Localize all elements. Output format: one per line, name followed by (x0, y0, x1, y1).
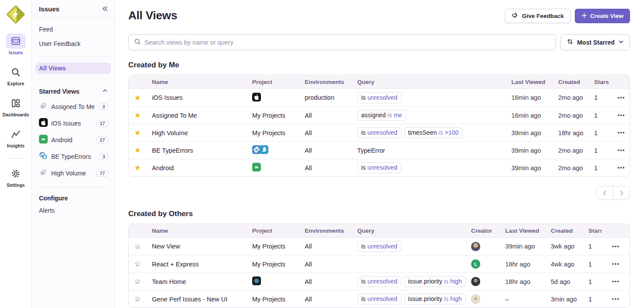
next-page-button[interactable] (613, 186, 630, 200)
last-viewed-cell: 16min ago (506, 94, 553, 101)
last-viewed-cell: 39min ago (506, 147, 553, 154)
stacked-projects-icon (39, 168, 48, 178)
created-value: 18hr ago (558, 130, 583, 136)
sidebar-item-alerts[interactable]: Alerts (32, 203, 115, 218)
stars-count-value: 1 (588, 278, 592, 285)
view-name-link[interactable]: iOS Issues (152, 94, 183, 101)
created-value: 2mo ago (558, 112, 583, 119)
star-filled-icon[interactable]: ★ (133, 163, 141, 172)
search-icon (6, 64, 26, 80)
query-token: unresolved (367, 242, 398, 251)
table-row: ★BE TypeErrorsAllTypeError39min ago2mo a… (129, 141, 630, 159)
query-chip: issue.priorityishigh (404, 276, 466, 287)
star-filled-icon[interactable]: ★ (133, 146, 141, 155)
give-feedback-button[interactable]: Give Feedback (505, 9, 570, 23)
name-cell: High Volume (146, 130, 247, 136)
sidebar-starred-view-item[interactable]: High Volume77 (32, 165, 115, 182)
sidebar-starred-view-item[interactable]: BE TypeErrors3 (32, 148, 115, 165)
view-name-link[interactable]: Team Home (152, 278, 186, 285)
sidebar-item-all-views[interactable]: All Views (35, 63, 111, 74)
rail-item-insights[interactable]: Insights (6, 126, 26, 148)
sentry-logo[interactable] (7, 5, 25, 24)
rail-label: Dashboards (3, 112, 29, 117)
query-token: assigned (361, 111, 386, 119)
sidebar-starred-view-item[interactable]: iOS Issues17 (32, 115, 115, 132)
chevron-up-icon[interactable] (102, 88, 108, 95)
previous-page-button[interactable] (596, 186, 613, 200)
column-header-query: Query (352, 79, 506, 85)
sidebar-starred-view-item[interactable]: Android27 (32, 132, 115, 148)
icon-rail: Issues Explore Dashboards (0, 0, 32, 308)
project-cell: My Projects (247, 112, 299, 119)
view-name-link[interactable]: React + Express (152, 261, 199, 268)
created-cell: 3min ago (545, 296, 583, 303)
project-cell (247, 93, 299, 103)
created-by-me-table: Name Project Environments Query Last Vie… (128, 75, 630, 177)
environments-cell: production (299, 94, 352, 101)
row-actions-menu-button[interactable]: ⋯ (616, 128, 626, 137)
created-value: 4wk ago (551, 261, 574, 268)
issues-sidebar: Issues Feed User Feedback All Views Star… (32, 0, 115, 308)
column-header-query: Query (352, 228, 466, 234)
star-filled-icon[interactable]: ★ (133, 93, 141, 102)
view-name-link[interactable]: New View (152, 243, 180, 250)
row-actions-menu-button[interactable]: ⋯ (616, 163, 626, 172)
view-name-link[interactable]: Assigned To Me (152, 112, 197, 119)
rail-item-issues[interactable]: Issues (6, 33, 26, 55)
sidebar-item-feed[interactable]: Feed (32, 22, 115, 37)
project-cell: My Projects (247, 243, 299, 250)
column-header-created: Created (545, 228, 583, 234)
rail-item-settings[interactable]: Settings (6, 166, 26, 188)
row-actions-menu-button[interactable]: ⋯ (616, 111, 626, 120)
query-token: is (387, 111, 392, 119)
row-actions-menu-button[interactable]: ⋯ (610, 294, 621, 304)
query-chip: timesSeenis>100 (404, 127, 463, 138)
apple-project-icon (39, 118, 48, 129)
star-filled-icon[interactable]: ★ (133, 128, 141, 137)
view-name-link[interactable]: Gene Perf Issues - New UI (152, 296, 227, 303)
view-name-link[interactable]: High Volume (152, 130, 188, 136)
collapse-sidebar-icon[interactable] (101, 5, 109, 13)
search-input[interactable] (144, 39, 550, 46)
star-outline-icon[interactable]: ☆ (133, 242, 141, 251)
column-header-name: Name (146, 228, 247, 234)
star-cell: ★ (129, 128, 146, 137)
row-actions-menu-button[interactable]: ⋯ (610, 242, 621, 251)
apple-platform-icon (252, 93, 261, 102)
table-body: ★iOS Issuesproductionisunresolved16min a… (129, 89, 630, 176)
rail-item-explore[interactable]: Explore (6, 64, 26, 86)
project-label: My Projects (252, 112, 285, 119)
row-actions-menu-button[interactable]: ⋯ (616, 146, 626, 155)
query-token: high (450, 277, 461, 286)
last-viewed-value: 16min ago (511, 94, 541, 101)
query-cell: isunresolved (352, 92, 506, 103)
row-actions-menu-button[interactable]: ⋯ (616, 93, 626, 102)
stars-count-cell: 1 (589, 112, 612, 119)
create-view-button[interactable]: Create View (575, 9, 630, 23)
sidebar-item-user-feedback[interactable]: User Feedback (32, 37, 115, 51)
sort-dropdown[interactable]: Most Starred (560, 34, 630, 50)
divider (39, 80, 108, 80)
star-outline-icon[interactable]: ☆ (133, 277, 141, 286)
issue-count-badge: 3 (99, 153, 109, 160)
last-viewed-value: 39min ago (511, 164, 541, 172)
view-name-link[interactable]: BE TypeErrors (152, 147, 193, 154)
creator-avatar: L (471, 259, 480, 269)
query-token: >100 (445, 129, 459, 137)
query-token: unresolved (367, 277, 398, 286)
query-token: unresolved (367, 295, 398, 303)
row-actions-menu-button[interactable]: ⋯ (610, 259, 621, 269)
view-name-link[interactable]: Android (152, 164, 174, 172)
sidebar-starred-view-item[interactable]: Assigned To Me0 (32, 98, 115, 115)
star-outline-icon[interactable]: ☆ (133, 259, 141, 269)
environment-label: All (305, 147, 312, 154)
star-outline-icon[interactable]: ☆ (133, 294, 141, 304)
rail-item-dashboards[interactable]: Dashboards (3, 95, 29, 117)
query-token: is (361, 164, 366, 172)
last-viewed-value: 18hr ago (505, 278, 530, 285)
star-filled-icon[interactable]: ★ (133, 111, 141, 120)
query-token: high (450, 295, 461, 303)
row-actions-menu-button[interactable]: ⋯ (610, 277, 621, 286)
issue-count-badge: 27 (96, 136, 109, 144)
rail-label: Explore (7, 81, 25, 86)
